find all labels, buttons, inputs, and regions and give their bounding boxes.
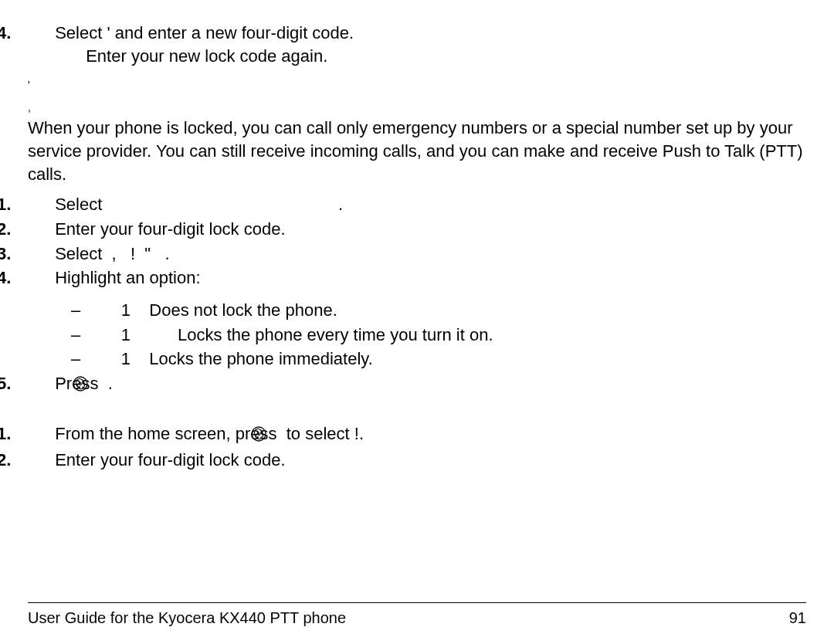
steps-list-b: 1.From the home screen, press OK to sele… (28, 422, 806, 472)
option-row: – 1 Locks the phone every time you turn … (59, 324, 806, 347)
manual-page: 4.Select ' and enter a new four-digit co… (0, 0, 834, 644)
steps-list-a-cont: 5.Press OK . (28, 372, 806, 398)
item-text: Highlight an option: (55, 268, 200, 287)
list-item: 2.Enter your four-digit lock code. (28, 218, 806, 241)
option-mark: 1 (93, 300, 149, 320)
section-mark-line2: , (28, 100, 806, 115)
step5-post: . (103, 374, 113, 393)
section-mark-line1: ' (28, 78, 806, 93)
b1-post: . (359, 424, 364, 443)
item-text-c: and enter a new four-digit code. (110, 23, 354, 42)
intro-paragraph: When your phone is locked, you can call … (28, 117, 806, 185)
list-item: 2.Enter your four-digit lock code. (28, 449, 806, 472)
page-number: 91 (789, 608, 806, 629)
list-item: 4.Select ' and enter a new four-digit co… (28, 22, 806, 67)
item-number: 2. (28, 449, 55, 472)
item-number: 5. (28, 372, 55, 395)
steps-list-a: 1.Select .2.Enter your four-digit lock c… (28, 193, 806, 290)
option-dash: – (59, 347, 93, 371)
item-number: 2. (28, 218, 55, 241)
list-item: 5.Press OK . (28, 372, 806, 398)
options-list: – 1 Does not lock the phone.– 1 Locks th… (59, 299, 806, 371)
item-number: 3. (28, 242, 55, 266)
option-mark: 1 (93, 325, 178, 344)
option-mark: 1 (93, 349, 149, 368)
item-number: 1. (28, 422, 55, 446)
b1-pre: From the home screen, press (55, 424, 281, 443)
item-text: Select , ! " . (55, 244, 169, 263)
option-dash: – (59, 299, 93, 322)
b2-text: Enter your four-digit lock code. (55, 450, 285, 469)
list-item: 1.From the home screen, press OK to sele… (28, 422, 806, 448)
option-text: Locks the phone every time you turn it o… (178, 325, 493, 344)
continued-list: 4.Select ' and enter a new four-digit co… (28, 22, 806, 67)
list-item: 3.Select , ! " . (28, 242, 806, 266)
item-text-a: Select (55, 23, 107, 42)
item-number: 4. (28, 266, 55, 290)
option-text: Locks the phone immediately. (149, 349, 372, 368)
option-dash: – (59, 324, 93, 347)
b1-mid: to select ! (282, 424, 359, 443)
footer-title: User Guide for the Kyocera KX440 PTT pho… (28, 609, 346, 626)
option-row: – 1 Locks the phone immediately. (59, 347, 806, 371)
item-text-line2: Enter your new lock code again. (86, 46, 327, 66)
list-item: 1.Select . (28, 193, 806, 216)
page-footer: User Guide for the Kyocera KX440 PTT pho… (28, 602, 806, 629)
item-text: Enter your four-digit lock code. (55, 219, 285, 239)
item-text: Select . (55, 195, 343, 214)
option-row: – 1 Does not lock the phone. (59, 299, 806, 322)
list-item: 4.Highlight an option: (28, 266, 806, 290)
item-number: 4. (28, 22, 55, 45)
option-text: Does not lock the phone. (149, 300, 337, 320)
spacer (28, 407, 806, 421)
item-number: 1. (28, 193, 55, 216)
